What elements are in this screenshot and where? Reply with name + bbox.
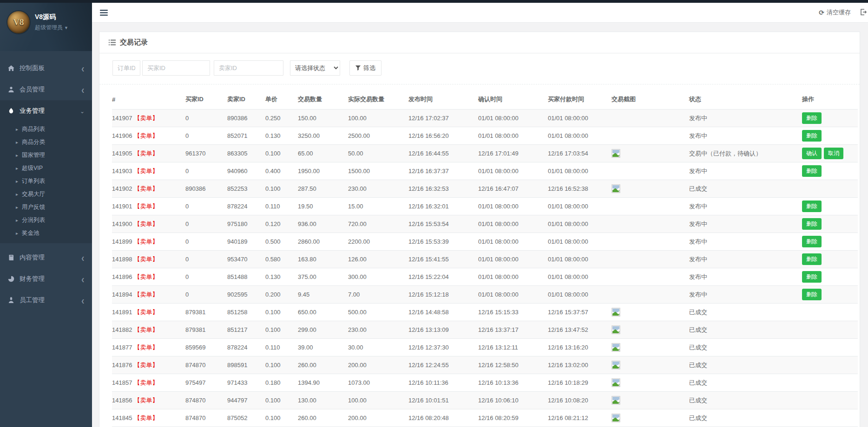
delete-button[interactable]: 删除 — [802, 112, 822, 124]
order-cell: 141902【卖单】 — [112, 180, 185, 198]
order-type-badge: 【卖单】 — [134, 273, 158, 280]
confirm-time-cell: 12/16 15:15:33 — [478, 304, 548, 321]
buyer-id-cell: 879381 — [185, 304, 227, 321]
caret-right-icon — [16, 152, 18, 158]
delete-button[interactable]: 删除 — [802, 236, 822, 247]
order-type-badge: 【卖单】 — [134, 168, 158, 175]
sidebar-subitem[interactable]: 商品分类 — [0, 136, 92, 149]
status-cell: 已成交 — [689, 374, 802, 392]
seller-id-input[interactable] — [214, 60, 283, 76]
delete-button[interactable]: 删除 — [802, 271, 822, 283]
order-id: 141856 — [112, 397, 132, 404]
delete-button[interactable]: 删除 — [802, 289, 822, 300]
seller-id-cell: 975180 — [227, 215, 265, 233]
actions-cell: 删除 — [802, 268, 858, 286]
order-id-input[interactable] — [112, 60, 140, 76]
transactions-panel: 交易记录 请选择状态 筛选 — [99, 32, 860, 427]
screenshot-cell — [612, 356, 689, 374]
buyer-id-input[interactable] — [142, 60, 210, 76]
logout-button[interactable]: 注销 — [860, 8, 868, 17]
refresh-icon — [819, 9, 824, 16]
sidebar-subitem[interactable]: 订单列表 — [0, 175, 92, 188]
sidebar-subitem[interactable]: 国家管理 — [0, 149, 92, 162]
seller-id-cell: 851258 — [227, 304, 265, 321]
table-row: 141857【卖单】9754979714330.1801394.901073.0… — [112, 374, 858, 392]
clear-cache-button[interactable]: 清空缓存 — [819, 8, 851, 17]
pay-time-cell: 12/16 08:21:12 — [548, 409, 612, 427]
caret-right-icon — [16, 230, 18, 236]
screenshot-thumbnail[interactable] — [612, 184, 620, 193]
screenshot-thumbnail[interactable] — [612, 149, 620, 158]
buyer-id-cell: 0 — [185, 198, 227, 215]
sidebar-item-members[interactable]: 会员管理 — [0, 79, 92, 100]
order-id: 141845 — [112, 414, 132, 421]
seller-id-cell: 940960 — [227, 162, 265, 180]
sidebar-subitem[interactable]: 交易大厅 — [0, 188, 92, 201]
sidebar-item-staff[interactable]: 员工管理 — [0, 290, 92, 311]
screenshot-thumbnail[interactable] — [612, 308, 620, 317]
screenshot-thumbnail[interactable] — [612, 378, 620, 387]
buyer-id-cell: 874870 — [185, 392, 227, 409]
sidebar-subitem[interactable]: 奖金池 — [0, 226, 92, 239]
sidebar-toggle-icon[interactable] — [100, 10, 108, 16]
screenshot-thumbnail[interactable] — [612, 361, 620, 369]
qty-cell: 287.50 — [298, 180, 348, 198]
sidebar-item-finance[interactable]: 财务管理 — [0, 268, 92, 290]
actual-qty-cell: 230.00 — [348, 321, 408, 339]
brand-name: V8源码 — [35, 13, 68, 21]
delete-button[interactable]: 删除 — [802, 201, 822, 212]
pay-time-cell: 01/01 08:00:00 — [548, 162, 612, 180]
chevron-left-icon — [81, 297, 85, 304]
sidebar-item-business[interactable]: 业务管理 — [0, 100, 92, 122]
delete-button[interactable]: 删除 — [802, 130, 822, 142]
actions-cell: 删除 — [802, 251, 858, 268]
publish-time-cell: 12/16 15:41:55 — [408, 251, 478, 268]
order-id: 141898 — [112, 256, 132, 263]
actions-cell — [802, 374, 858, 392]
sidebar-subitem[interactable]: 超级VIP — [0, 162, 92, 175]
status-cell: 发布中 — [689, 198, 802, 215]
table-row: 141903【卖单】09409600.4001950.001500.0012/1… — [112, 162, 858, 180]
order-cell: 141898【卖单】 — [112, 251, 185, 268]
price-cell: 0.120 — [265, 215, 298, 233]
order-id: 141907 — [112, 115, 132, 122]
sidebar-menu: 控制面板 会员管理 业务管理 商品列表商品分类国家管理超级VIP订单列表交易大厅… — [0, 58, 92, 311]
actions-cell: 删除 — [802, 215, 858, 233]
delete-button[interactable]: 删除 — [802, 253, 822, 265]
screenshot-thumbnail[interactable] — [612, 325, 620, 334]
delete-button[interactable]: 删除 — [802, 218, 822, 230]
column-header: # — [112, 89, 185, 110]
qty-cell: 19.50 — [298, 198, 348, 215]
order-cell: 141905【卖单】 — [112, 145, 185, 162]
sidebar-subitem[interactable]: 分润列表 — [0, 214, 92, 226]
sidebar-subitem[interactable]: 商品列表 — [0, 123, 92, 136]
chevron-left-icon — [81, 276, 85, 283]
order-id: 141900 — [112, 220, 132, 227]
price-cell: 0.100 — [265, 180, 298, 198]
confirm-button[interactable]: 确认 — [802, 148, 822, 159]
delete-button[interactable]: 删除 — [802, 165, 822, 177]
sidebar-item-dashboard[interactable]: 控制面板 — [0, 58, 92, 79]
filter-button[interactable]: 筛选 — [349, 60, 381, 76]
pay-time-cell: 01/01 08:00:00 — [548, 110, 612, 127]
actions-cell: 删除 — [802, 198, 858, 215]
cancel-button[interactable]: 取消 — [824, 148, 843, 159]
table-row: 141877【卖单】8595698782240.11039.0030.0012/… — [112, 339, 858, 356]
qty-cell: 936.00 — [298, 215, 348, 233]
status-select[interactable]: 请选择状态 — [290, 60, 340, 76]
buyer-id-cell: 0 — [185, 215, 227, 233]
sidebar-item-content[interactable]: 内容管理 — [0, 247, 92, 268]
sidebar-subitem[interactable]: 用户反馈 — [0, 201, 92, 214]
price-cell: 0.100 — [265, 304, 298, 321]
sidebar-subitem-label: 国家管理 — [22, 151, 45, 159]
status-cell: 已成交 — [689, 409, 802, 427]
user-role-dropdown[interactable]: 超级管理员▼ — [35, 24, 68, 32]
table-row: 141891【卖单】8793818512580.100650.00500.001… — [112, 304, 858, 321]
funnel-icon — [355, 65, 361, 71]
screenshot-thumbnail[interactable] — [612, 343, 620, 352]
qty-cell: 2860.00 — [298, 233, 348, 251]
screenshot-thumbnail[interactable] — [612, 414, 620, 422]
screenshot-thumbnail[interactable] — [612, 396, 620, 405]
brand-logo: V8 — [7, 11, 30, 33]
screenshot-cell — [612, 215, 689, 233]
